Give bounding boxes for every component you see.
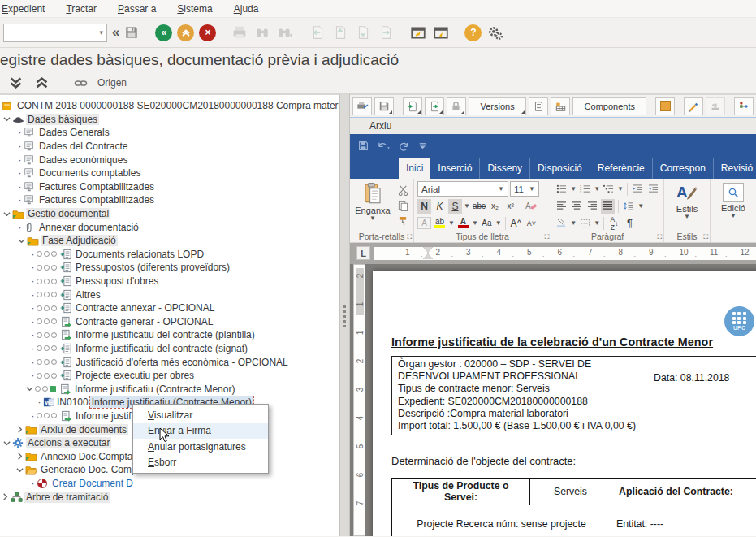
document-page[interactable]: UPC Informe justificatiu de la celebraci… xyxy=(373,271,756,536)
tree-item[interactable]: CONTM 2018 0000000188 SE020000CM20180000… xyxy=(0,99,339,113)
menu-item-sistema[interactable]: Sistema xyxy=(177,3,212,15)
tree-item-label[interactable]: Annexar documentació xyxy=(37,222,140,233)
tree-item-label[interactable]: Crear Document D xyxy=(50,478,135,489)
bullet-list-icon[interactable] xyxy=(555,182,568,197)
tree-item[interactable]: Gestió documental xyxy=(0,207,339,221)
shrink-font-button[interactable]: A˅ xyxy=(525,216,538,231)
text-effects-button[interactable]: A xyxy=(417,217,431,229)
word-tab-revisió[interactable]: Revisió xyxy=(714,158,756,179)
search-icon[interactable] xyxy=(723,183,744,202)
increase-indent-icon[interactable] xyxy=(646,182,660,197)
lock-icon[interactable] xyxy=(447,97,466,115)
tree-item-label[interactable]: Contracte generar - OPCIONAL xyxy=(74,316,214,327)
tree-item-label[interactable]: Arxiu de documents xyxy=(39,424,128,435)
versions-dropdown[interactable]: Versions xyxy=(469,97,526,115)
tree-item[interactable]: ·Informe justificatiu del contracte (pla… xyxy=(0,328,339,342)
bold-button[interactable]: N xyxy=(417,199,431,214)
word-tab-inserció[interactable]: Inserció xyxy=(430,158,480,179)
expander-closed-icon[interactable] xyxy=(15,452,25,461)
create-shortcut-icon[interactable] xyxy=(432,24,450,41)
customize-layout-icon[interactable] xyxy=(486,24,504,41)
menu-item-tractar[interactable]: Tractar xyxy=(66,3,97,15)
italic-button[interactable]: K xyxy=(433,199,447,214)
dialog-launcher-icon[interactable]: ⛶ xyxy=(545,233,550,241)
show-marks-button[interactable]: ¶ xyxy=(623,216,637,231)
tree-item-label[interactable]: Informe justificatiu (Contracte Menor) xyxy=(73,383,236,395)
subscript-button[interactable]: x₂ xyxy=(488,199,502,214)
tree-item-label[interactable]: Documents relacionats LOPD xyxy=(74,249,205,260)
tree-item-label[interactable]: Altres xyxy=(74,289,102,301)
tree-item-label[interactable]: Informe justificatiu del contracte (plan… xyxy=(74,329,257,340)
cut-icon[interactable] xyxy=(395,184,410,197)
expander-open-icon[interactable] xyxy=(2,210,12,219)
expander-closed-icon[interactable] xyxy=(0,492,11,501)
expander-open-icon[interactable] xyxy=(15,466,25,474)
tree-item-label[interactable]: CONTM 2018 0000000188 SE020000CM20180000… xyxy=(15,100,339,111)
signature-icon[interactable] xyxy=(684,97,703,115)
document-info-icon[interactable] xyxy=(529,97,548,115)
tree-item-label[interactable]: Pressupostos (diferents proveïdors) xyxy=(74,262,231,273)
cancel-button[interactable]: × xyxy=(199,24,216,41)
tree-item-label[interactable]: Informe justificatiu del contracte (sign… xyxy=(74,343,249,354)
tree-item[interactable]: Informe justificatiu (Contracte Menor) xyxy=(0,382,339,396)
expander-open-icon[interactable] xyxy=(16,236,27,245)
word-tab-inici[interactable]: Inici xyxy=(399,158,430,179)
tree-item-label[interactable]: Dades del Contracte xyxy=(37,141,129,152)
dialog-launcher-icon[interactable]: ⛶ xyxy=(657,233,662,241)
context-menu-item-anular-portasignatures[interactable]: Anular portasignatures xyxy=(133,439,268,455)
context-menu-item-visualitzar[interactable]: Visualitzar xyxy=(133,407,268,423)
align-left-icon[interactable] xyxy=(555,199,568,214)
dialog-launcher-icon[interactable]: ⛶ xyxy=(703,233,708,241)
align-right-icon[interactable] xyxy=(585,199,599,214)
tree-item[interactable]: ·Projecte executiu per obres xyxy=(0,369,339,383)
numbered-list-icon[interactable]: 123 xyxy=(578,182,592,197)
word-qat-customize-icon[interactable] xyxy=(418,141,427,150)
word-tab-disseny[interactable]: Disseny xyxy=(480,158,530,179)
tree-item[interactable]: ·Informe justificatiu del contracte (sig… xyxy=(0,342,339,356)
tree-item[interactable]: ·Annexar documentació xyxy=(0,220,339,234)
underline-button[interactable]: S xyxy=(448,199,462,214)
collapse-command-icon[interactable]: « xyxy=(112,24,118,41)
format-painter-icon[interactable] xyxy=(395,214,410,227)
workflow-icon[interactable] xyxy=(734,97,754,115)
highlight-button[interactable]: ab xyxy=(433,216,447,231)
menu-item-expedient[interactable]: Expedient xyxy=(2,3,45,15)
tree-item-label[interactable]: Factures Comptabilitzades xyxy=(37,181,156,193)
tree-item[interactable]: ·Dades del Contracte xyxy=(0,140,339,154)
tree-item[interactable]: ·Dades Generals xyxy=(0,126,339,140)
tree-item[interactable]: ·Crear Document D xyxy=(0,477,339,491)
word-tab-correspon[interactable]: Correspon xyxy=(653,158,714,179)
checkin-icon[interactable] xyxy=(403,97,422,115)
sort-icon[interactable]: AZ↓ xyxy=(607,216,621,231)
tree-item-label[interactable]: Dades bàsiques xyxy=(26,114,99,125)
tree-item-label[interactable]: Justificació d'oferta més econòmica - OP… xyxy=(74,357,290,368)
expander-closed-icon[interactable] xyxy=(15,425,25,434)
hanging-indent-marker[interactable] xyxy=(423,253,433,259)
word-undo-icon[interactable] xyxy=(377,141,391,151)
tree-item[interactable]: ·Contracte generar - OPCIONAL xyxy=(0,315,339,329)
tree-item-label[interactable]: Fase Adjudicació xyxy=(41,235,118,246)
font-name-select[interactable]: Arial▼ xyxy=(417,181,508,197)
tree-item[interactable]: ·Justificació d'oferta més econòmica - O… xyxy=(0,355,339,369)
tree-item-label[interactable]: Documents comptables xyxy=(37,167,142,179)
collapse-all-icon[interactable] xyxy=(6,74,24,92)
print-preview-icon[interactable] xyxy=(352,97,372,115)
strikethrough-button[interactable]: abc xyxy=(472,199,486,214)
decrease-indent-icon[interactable] xyxy=(631,182,645,197)
tree-item-label[interactable]: Dades Generals xyxy=(37,127,111,138)
chevron-down-icon[interactable]: ▼ xyxy=(464,204,470,208)
tree-item[interactable]: ·Pressupostos (diferents proveïdors) xyxy=(0,261,339,275)
components-button[interactable]: Components xyxy=(572,97,646,115)
tree-item[interactable]: Arbre de tramitació xyxy=(0,490,339,504)
expander-open-icon[interactable] xyxy=(24,384,35,393)
change-case-button[interactable]: Aa xyxy=(480,216,494,231)
context-menu-item-enviar-a-firma[interactable]: Enviar a Firma xyxy=(133,423,268,440)
tree-item-label[interactable]: Contracte annexar - OPCIONAL xyxy=(74,302,216,314)
tree-item-label[interactable]: Projecte executiu per obres xyxy=(74,370,196,381)
justify-icon[interactable] xyxy=(601,199,615,214)
shading-icon[interactable] xyxy=(555,216,568,231)
borders-icon[interactable] xyxy=(578,216,592,231)
tree-item[interactable]: ·Documents comptables xyxy=(0,167,339,180)
tree-item-label[interactable]: Factures Comptabilitzades xyxy=(37,194,156,206)
multilevel-list-icon[interactable] xyxy=(602,182,616,197)
